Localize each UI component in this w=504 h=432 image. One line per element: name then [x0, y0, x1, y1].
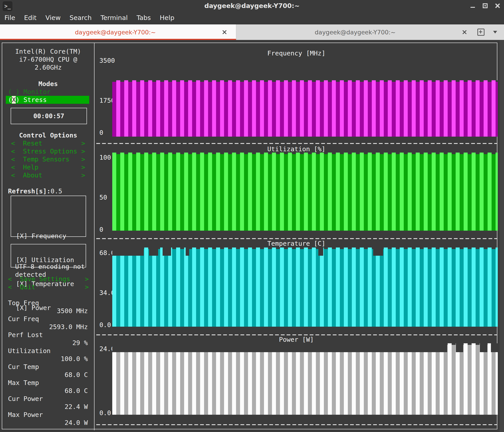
action-label: Quit: [20, 283, 85, 291]
mode-option-stress[interactable]: (X) Stress: [6, 96, 89, 104]
control-option-reset[interactable]: <Reset>: [11, 139, 85, 147]
frequency-bar-graph: [112, 80, 498, 137]
y-tick: 0: [99, 226, 103, 234]
refresh-rate-field[interactable]: Refresh[s]:0.5: [8, 187, 62, 195]
menu-terminal[interactable]: Terminal: [96, 11, 132, 24]
angle-left: <: [11, 163, 15, 171]
maximize-button[interactable]: [482, 2, 488, 9]
tab-active-title: daygeek@daygeek-Y700:~: [75, 24, 156, 40]
menu-file[interactable]: File: [4, 11, 20, 24]
menu-tabs[interactable]: Tabs: [132, 11, 155, 24]
titlebar: >_ daygeek@daygeek-Y700:~: [0, 0, 504, 11]
stat-label: Top Freq: [8, 299, 39, 307]
minimize-button[interactable]: [469, 2, 476, 9]
bar-baseline-cutout: [162, 247, 171, 256]
bar-baseline-cutout: [186, 247, 189, 256]
toggle-frequency[interactable]: [X] Frequency: [16, 232, 86, 240]
modes-heading: Modes: [2, 80, 94, 88]
y-tick: 3500: [99, 57, 115, 64]
graph-toggle-box: [X] Frequency [X] Utilization [X] Temper…: [11, 196, 86, 237]
stress-pre: (: [8, 96, 12, 104]
menu-edit[interactable]: Edit: [20, 11, 41, 24]
angle-right: >: [81, 163, 85, 171]
y-tick: 50: [99, 193, 107, 201]
y-tick: 0.0: [99, 321, 111, 329]
bar-baseline-cutout: [149, 247, 158, 256]
stat-value: 3500 MHz: [57, 307, 88, 315]
menu-search[interactable]: Search: [65, 11, 96, 24]
utilization-bars: [112, 153, 498, 231]
frequency-bars: [112, 80, 498, 137]
refresh-label: Refresh[s]:: [8, 187, 51, 195]
tab-close-icon[interactable]: [220, 28, 228, 36]
quit-button[interactable]: <Quit>: [8, 283, 89, 291]
bar-baseline-cutout: [112, 247, 144, 256]
control-option-label: Reset: [23, 139, 81, 147]
chart-title-temperature: Temperature [C]: [94, 239, 498, 247]
control-option-help[interactable]: <Help>: [11, 163, 85, 171]
mode-option-monitor[interactable]: ( ) Monitor: [8, 88, 51, 96]
stress-post: ) Stress: [16, 96, 47, 104]
new-tab-icon[interactable]: [477, 28, 485, 36]
menu-view[interactable]: View: [41, 11, 65, 24]
bar-baseline-cutout: [480, 343, 487, 352]
control-options-heading: Control Options: [2, 131, 94, 139]
angle-left: <: [11, 139, 15, 147]
stat-value: 22.4 W: [64, 403, 88, 411]
chart-title-power: Power [W]: [94, 335, 498, 344]
angle-left: <: [11, 147, 15, 155]
terminal-window: >_ daygeek@daygeek-Y700:~ File Edit View…: [0, 0, 504, 432]
stui-sidebar: Intel(R) Core(TM) i7-6700HQ CPU @ 2.60GH…: [2, 43, 94, 430]
control-option-stress-options[interactable]: <Stress Options>: [11, 147, 85, 155]
y-tick: 0: [99, 129, 103, 137]
temperature-bars: [112, 247, 498, 327]
stui-graphs: Frequency [MHz] 3500 1750 0 Utilization …: [94, 43, 498, 430]
control-option-temp-sensors[interactable]: <Temp Sensors>: [11, 155, 85, 163]
tab-inactive-title: daygeek@daygeek-Y700:~: [315, 24, 396, 40]
temperature-bar-graph: [112, 247, 498, 327]
section-divider: [96, 143, 497, 144]
stat-label: Cur Temp: [8, 363, 39, 371]
encoding-warning-line: UTF-8 encoding not: [15, 263, 86, 271]
angle-right: >: [81, 155, 85, 163]
stat-value: 29 %: [72, 339, 88, 347]
refresh-value: 0.5: [51, 187, 62, 195]
bar-baseline-cutout: [373, 247, 383, 256]
stat-value: 24.0 W: [64, 419, 88, 427]
scrollbar[interactable]: [500, 40, 504, 432]
tab-inactive[interactable]: daygeek@daygeek-Y700:~: [236, 24, 504, 40]
chart-title-utilization: Utilization [%]: [94, 145, 498, 153]
stat-value: 2593.0 MHz: [49, 323, 88, 331]
section-divider: [96, 335, 497, 335]
close-button[interactable]: [494, 2, 501, 9]
angle-right: >: [85, 275, 89, 283]
save-settings-button[interactable]: <Save Settings>: [8, 275, 89, 283]
control-option-label: About: [23, 171, 81, 179]
angle-left: <: [8, 283, 12, 291]
stat-value: 68.0 C: [64, 387, 88, 395]
cpu-model-line: Intel(R) Core(TM): [2, 47, 94, 55]
stat-value: 68.0 C: [64, 371, 88, 379]
section-divider: [96, 238, 497, 239]
menubar: File Edit View Search Terminal Tabs Help: [0, 11, 504, 24]
bar-baseline-cutout: [112, 343, 447, 352]
control-option-about[interactable]: <About>: [11, 171, 85, 179]
cpu-model-line: i7-6700HQ CPU @: [2, 55, 94, 63]
tab-close-icon[interactable]: [460, 28, 468, 36]
window-title: daygeek@daygeek-Y700:~: [0, 0, 504, 11]
terminal-viewport[interactable]: Intel(R) Core(TM) i7-6700HQ CPU @ 2.60GH…: [0, 40, 504, 432]
menu-help[interactable]: Help: [155, 11, 179, 24]
angle-right: >: [81, 139, 85, 147]
tab-list-chevron-icon[interactable]: [491, 28, 499, 36]
control-option-label: Help: [23, 163, 81, 171]
bar-baseline-cutout: [491, 343, 498, 352]
encoding-warning-box: UTF-8 encoding not detected: [11, 244, 86, 267]
action-label: Save Settings: [20, 275, 85, 283]
stat-label: Utilization: [8, 347, 51, 355]
stat-label: Max Power: [8, 411, 43, 419]
angle-left: <: [11, 171, 15, 179]
angle-right: >: [81, 171, 85, 179]
window-controls: [469, 0, 501, 11]
tab-active[interactable]: daygeek@daygeek-Y700:~: [0, 24, 236, 40]
utilization-bar-graph: [112, 153, 498, 231]
